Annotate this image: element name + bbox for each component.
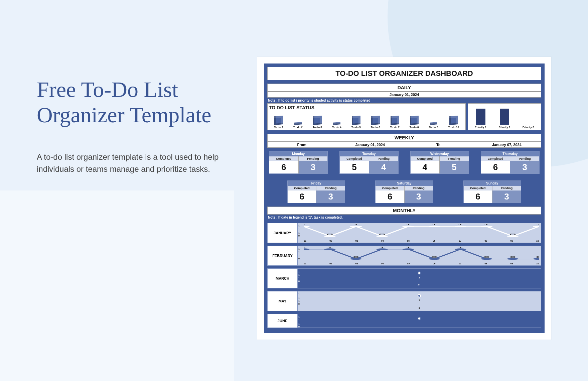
svg-text:0: 0 xyxy=(431,256,438,258)
svg-point-12 xyxy=(455,226,466,227)
priority-bar: Priority 3 xyxy=(523,125,534,129)
svg-text:1: 1 xyxy=(304,224,307,225)
svg-point-16 xyxy=(507,235,519,237)
day-card: MondayCompletedPending63 xyxy=(269,151,328,174)
todo-cube: To do 1 xyxy=(274,116,283,129)
month-row: JANUARY111010101111010102030405060708091… xyxy=(267,223,541,243)
to-label: To xyxy=(404,143,473,147)
svg-text:1: 1 xyxy=(304,246,307,248)
todo-cube: To do 2 xyxy=(293,122,303,129)
svg-point-38 xyxy=(533,258,539,260)
day-card: ThursdayCompletedPending63 xyxy=(481,151,540,174)
svg-text:1: 1 xyxy=(405,246,412,248)
month-row: FEBRUARY11101101101000010203040506070809… xyxy=(267,246,541,266)
svg-text:0: 0 xyxy=(509,256,516,258)
month-row: JUNE1110 xyxy=(267,314,541,328)
todo-status-box: TO DO LIST STATUS To do 1To do 2To do 3T… xyxy=(267,103,466,130)
todo-cube: To do 7 xyxy=(390,116,400,129)
month-row: MAY111011 xyxy=(267,291,541,311)
svg-point-32 xyxy=(455,248,466,250)
day-card: SundayCompletedPending63 xyxy=(463,180,521,203)
days-row-1: MondayCompletedPending63TuesdayCompleted… xyxy=(267,148,541,177)
svg-point-36 xyxy=(507,258,519,260)
svg-point-18 xyxy=(533,226,539,227)
svg-point-8 xyxy=(402,226,414,227)
svg-text:0: 0 xyxy=(509,233,516,235)
svg-point-34 xyxy=(481,258,492,260)
left-panel: Free To-Do List Organizer Template A to-… xyxy=(37,77,237,175)
dashboard-title: TO-DO LIST ORGANIZER DASHBOARD xyxy=(267,67,541,80)
day-card: FridayCompletedPending63 xyxy=(287,180,345,203)
priority-box: Priority 1Priority 2Priority 3 xyxy=(468,103,541,130)
svg-text:1: 1 xyxy=(379,246,386,248)
day-card: TuesdayCompletedPending54 xyxy=(339,151,398,174)
template-preview: TO-DO LIST ORGANIZER DASHBOARD DAILY Jan… xyxy=(257,57,551,340)
todo-cube: To do 3 xyxy=(313,116,322,129)
svg-text:1: 1 xyxy=(536,224,539,225)
status-row: TO DO LIST STATUS To do 1To do 2To do 3T… xyxy=(267,103,541,130)
todo-cube: To do 5 xyxy=(351,116,361,129)
svg-text:1: 1 xyxy=(405,224,412,225)
monthly-header: MONTHLY xyxy=(267,207,541,215)
svg-text:1: 1 xyxy=(483,224,490,225)
svg-point-24 xyxy=(350,258,362,260)
svg-text:0: 0 xyxy=(353,256,359,258)
monthly-note: Note : If date in legend is '1', task is… xyxy=(267,215,541,220)
svg-point-26 xyxy=(376,248,388,250)
svg-point-28 xyxy=(402,248,414,250)
daily-date: January 01, 2024 xyxy=(267,92,541,98)
svg-text:1: 1 xyxy=(431,224,438,225)
weekly-range: From January 01, 2024 To January 07, 202… xyxy=(267,142,541,148)
todo-cube: To do 9 xyxy=(429,122,438,129)
bg-split xyxy=(0,190,234,381)
svg-point-2 xyxy=(324,235,336,237)
days-row-2: FridayCompletedPending63SaturdayComplete… xyxy=(267,177,541,207)
svg-text:1: 1 xyxy=(457,246,464,248)
weekly-header: WEEKLY xyxy=(267,134,541,142)
svg-point-10 xyxy=(429,226,440,227)
daily-header: DAILY xyxy=(267,84,541,92)
svg-text:0: 0 xyxy=(326,233,333,235)
svg-point-0 xyxy=(304,226,310,227)
svg-point-6 xyxy=(376,235,388,237)
svg-point-22 xyxy=(324,248,336,250)
svg-text:1: 1 xyxy=(353,224,359,225)
svg-point-20 xyxy=(304,248,310,250)
dashboard: TO-DO LIST ORGANIZER DASHBOARD DAILY Jan… xyxy=(264,64,545,333)
todo-cube: To do 4 xyxy=(332,122,341,129)
todo-cube: To do 8 xyxy=(410,116,419,129)
todo-cube: To do 10 xyxy=(448,116,459,129)
svg-text:0: 0 xyxy=(536,256,539,258)
page-title: Free To-Do List Organizer Template xyxy=(37,77,237,128)
priority-bar: Priority 1 xyxy=(475,109,486,129)
status-title: TO DO LIST STATUS xyxy=(269,105,464,110)
svg-point-4 xyxy=(350,226,362,227)
svg-text:0: 0 xyxy=(379,233,386,235)
svg-text:0: 0 xyxy=(483,256,490,258)
svg-text:1: 1 xyxy=(457,224,464,225)
todo-cube: To do 6 xyxy=(371,116,380,129)
from-label: From xyxy=(268,143,336,147)
priority-bar: Priority 2 xyxy=(499,109,510,129)
month-row: MARCH1110011 xyxy=(267,268,541,288)
daily-note: Note : If to do list / priority is shade… xyxy=(267,98,541,103)
svg-text:1: 1 xyxy=(326,246,333,248)
day-card: WednesdayCompletedPending45 xyxy=(410,151,469,174)
svg-point-30 xyxy=(429,258,440,260)
page-description: A to-do list organizer template is a too… xyxy=(37,151,237,175)
from-date: January 01, 2024 xyxy=(336,143,405,147)
day-card: SaturdayCompletedPending63 xyxy=(375,180,433,203)
to-date: January 07, 2024 xyxy=(473,143,541,147)
svg-point-14 xyxy=(481,226,492,227)
